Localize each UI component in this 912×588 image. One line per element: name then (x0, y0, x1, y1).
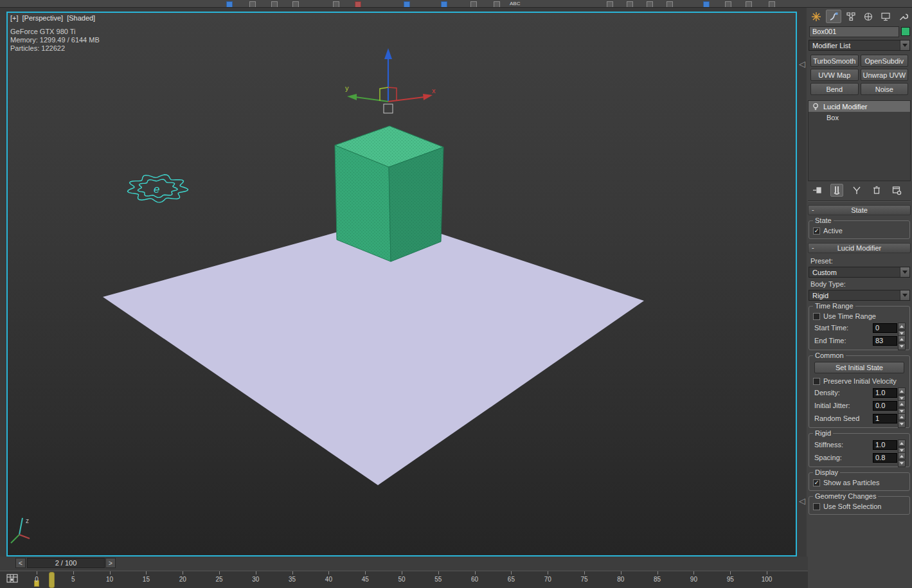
toolbar-icon[interactable] (769, 1, 775, 8)
start-time-field[interactable] (873, 323, 897, 333)
toolbar-icon[interactable] (271, 1, 278, 8)
spinner-up-icon[interactable] (898, 323, 906, 330)
turbosmooth-button[interactable]: TurboSmooth (810, 55, 859, 67)
toolbar-icon[interactable] (470, 1, 477, 8)
body-type-dropdown[interactable]: Rigid (809, 290, 910, 301)
pin-stack-icon[interactable] (810, 184, 823, 197)
remove-modifier-icon[interactable] (870, 184, 883, 197)
noise-button[interactable]: Noise (861, 83, 909, 95)
dropdown-arrow-icon[interactable] (900, 290, 909, 300)
preserve-initial-velocity-row[interactable]: Preserve Initial Velocity (810, 376, 908, 386)
stack-item-box[interactable]: Box (809, 112, 910, 123)
geometry-changes-group: Geometry Changes Use Soft Selection (809, 496, 910, 515)
next-frame-button[interactable]: > (105, 558, 116, 568)
configure-modifier-sets-icon[interactable] (890, 184, 903, 197)
tick-line (365, 571, 366, 575)
box-object[interactable] (335, 126, 443, 262)
toolbar-icon[interactable] (404, 1, 410, 8)
time-slider[interactable] (49, 572, 55, 588)
panel-collapse-arrow-icon[interactable]: ◁ (799, 60, 805, 68)
dropdown-arrow-icon[interactable] (900, 267, 909, 277)
preset-dropdown[interactable]: Custom (809, 267, 910, 278)
toolbar-icon[interactable] (746, 1, 752, 8)
toolbar-icon[interactable] (355, 1, 361, 8)
spinner-up-icon[interactable] (898, 335, 906, 343)
modifier-list-dropdown[interactable]: Modifier List (809, 40, 910, 51)
spinner-down-icon[interactable] (898, 460, 906, 467)
toolbar-icon[interactable] (292, 1, 299, 8)
use-soft-selection-row[interactable]: Use Soft Selection (810, 501, 908, 512)
spacing-field[interactable] (873, 453, 897, 463)
uvw-map-button[interactable]: UVW Map (810, 69, 859, 81)
random-seed-field[interactable] (873, 414, 897, 423)
show-as-particles-row[interactable]: ✓ Show as Particles (810, 477, 908, 488)
toolbar-icon[interactable] (333, 1, 339, 8)
previous-frame-button[interactable]: < (15, 558, 26, 568)
ground-plane[interactable] (103, 217, 644, 485)
active-checkbox-row[interactable]: ✓ Active (810, 226, 908, 236)
start-time-spinner (898, 323, 906, 333)
tab-modify[interactable] (826, 10, 841, 23)
set-initial-state-button[interactable]: Set Initial State (814, 362, 904, 373)
group-title: Time Range (813, 302, 855, 310)
viewport-pov-menu[interactable]: [Perspective] (22, 14, 64, 22)
open-mini-curve-editor-icon[interactable] (6, 573, 19, 586)
tick-label: 5 (71, 576, 75, 583)
stack-item-lucid-modifier[interactable]: Lucid Modifier (809, 101, 910, 112)
tab-motion[interactable] (861, 10, 876, 23)
spacing-row: Spacing: (810, 451, 908, 464)
rollout-state[interactable]: - State (808, 205, 911, 215)
spinner-up-icon[interactable] (898, 400, 906, 407)
spinner-up-icon[interactable] (898, 413, 906, 420)
viewport-statistics: GeForce GTX 980 Ti Memory: 1299.49 / 614… (10, 28, 100, 53)
current-frame-display[interactable]: 2 / 100 (27, 558, 105, 568)
toolbar-icon[interactable] (494, 1, 500, 8)
move-gizmo[interactable]: x y (345, 48, 436, 113)
toolbar-icon[interactable] (226, 1, 233, 8)
toolbar-icon[interactable] (703, 1, 710, 8)
spinner-up-icon[interactable] (898, 452, 906, 459)
perspective-viewport[interactable]: x y e z [+] [Perspective] [Shaded] (6, 12, 797, 557)
tab-create[interactable] (809, 10, 824, 23)
tick-label: 50 (398, 576, 405, 583)
timeline-ruler[interactable]: 0510152025303540455055606570758085909510… (0, 571, 808, 588)
stiffness-field[interactable] (873, 440, 897, 450)
command-panel: Modifier List TurboSmooth OpenSubdiv UVW… (807, 8, 912, 588)
toolbar-icon[interactable] (647, 1, 653, 8)
panel-collapse-arrow-icon[interactable]: ◁ (799, 497, 805, 505)
tick-label: 60 (471, 576, 478, 583)
toolbar-icon[interactable] (666, 1, 673, 8)
lightbulb-icon (811, 102, 820, 111)
toolbar-icon[interactable] (441, 1, 447, 8)
toolbar-icon[interactable] (607, 1, 613, 8)
toolbar-icon[interactable] (249, 1, 256, 8)
bend-button[interactable]: Bend (810, 83, 859, 95)
density-field[interactable] (873, 388, 897, 398)
rollout-lucid-modifier[interactable]: - Lucid Modifier (808, 243, 911, 253)
tab-utilities[interactable] (895, 10, 911, 23)
tab-hierarchy[interactable] (843, 10, 859, 23)
toolbar-icon[interactable] (627, 1, 633, 8)
abc-tool-label[interactable]: ABC (510, 1, 520, 6)
tick-label: 90 (690, 576, 697, 583)
spinner-down-icon[interactable] (898, 421, 906, 428)
unwrap-uvw-button[interactable]: Unwrap UVW (861, 69, 909, 81)
object-name-field[interactable] (809, 26, 899, 37)
viewport-general-menu[interactable]: [+] (10, 14, 19, 22)
group-title: Geometry Changes (813, 492, 878, 500)
initial-jitter-field[interactable] (873, 401, 897, 411)
opensubdiv-button[interactable]: OpenSubdiv (861, 55, 909, 67)
object-color-swatch[interactable] (901, 27, 910, 36)
spinner-up-icon[interactable] (898, 440, 906, 447)
viewport-shading-menu[interactable]: [Shaded] (67, 14, 95, 22)
toolbar-icon[interactable] (725, 1, 731, 8)
use-time-range-row[interactable]: Use Time Range (810, 311, 908, 321)
lucid-logo[interactable]: e (128, 175, 188, 202)
dropdown-arrow-icon[interactable] (900, 40, 909, 50)
spinner-down-icon[interactable] (898, 343, 906, 350)
end-time-field[interactable] (873, 336, 897, 346)
spinner-up-icon[interactable] (898, 388, 906, 395)
tab-display[interactable] (878, 10, 893, 23)
make-unique-icon[interactable] (850, 184, 863, 197)
show-end-result-icon[interactable] (830, 184, 843, 197)
